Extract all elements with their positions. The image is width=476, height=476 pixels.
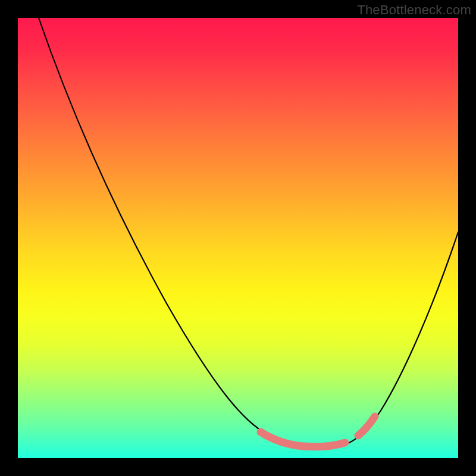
curve-right-branch [344, 232, 458, 445]
chart-frame: TheBottleneck.com [0, 0, 476, 476]
plot-area [18, 18, 458, 458]
highlight-plateau [261, 432, 345, 447]
bottleneck-curve [18, 18, 458, 458]
highlight-right-slope [358, 416, 375, 436]
curve-left-branch [39, 18, 309, 446]
watermark-text: TheBottleneck.com [357, 2, 471, 18]
